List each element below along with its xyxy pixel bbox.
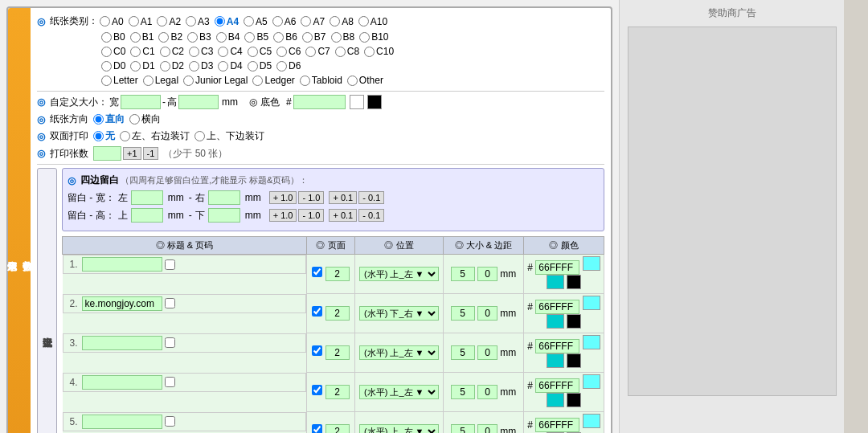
radio-ledger-input[interactable] [252, 76, 263, 86]
radio-portrait-input[interactable] [93, 114, 104, 125]
radio-a6-input[interactable] [272, 16, 283, 27]
radio-d6-input[interactable] [276, 61, 287, 71]
row-size-input-4[interactable] [451, 424, 475, 433]
radio-tabloid-input[interactable] [300, 76, 310, 86]
radio-tb-input[interactable] [194, 131, 205, 141]
radio-c4[interactable]: C4 [218, 46, 242, 57]
color-preview-white[interactable] [350, 95, 364, 109]
radio-b3-input[interactable] [187, 32, 198, 43]
color-black-1[interactable] [567, 314, 581, 329]
color-teal-2[interactable] [583, 335, 600, 349]
color-teal-0[interactable] [583, 256, 600, 271]
radio-a3[interactable]: A3 [186, 16, 210, 27]
row-margin-input-3[interactable] [477, 385, 497, 399]
row-margin-input-0[interactable] [477, 267, 497, 281]
radio-tb-duplex[interactable]: 上、下边装订 [194, 129, 264, 143]
radio-other-input[interactable] [347, 76, 358, 86]
radio-c5-input[interactable] [248, 47, 258, 57]
row-margin-input-2[interactable] [477, 345, 497, 360]
row-chk2-3[interactable] [312, 385, 322, 395]
color-teal2-1[interactable] [547, 314, 564, 329]
color-black-3[interactable] [567, 393, 581, 407]
radio-no-duplex-input[interactable] [93, 131, 104, 141]
row-page-input-4[interactable] [326, 424, 350, 433]
header-text-input-1[interactable] [82, 296, 162, 311]
radio-c8-input[interactable] [335, 47, 346, 57]
radio-portrait[interactable]: 直向 [93, 112, 125, 126]
margin-right-input[interactable]: 15 [208, 190, 240, 205]
row-pos-select-1[interactable]: (水平) 下_右 ▼ [359, 306, 439, 321]
radio-c1[interactable]: C1 [130, 46, 154, 57]
radio-b1-input[interactable] [130, 32, 141, 43]
radio-lr-input[interactable] [120, 131, 130, 141]
radio-landscape[interactable]: 横向 [129, 112, 161, 126]
radio-a7[interactable]: A7 [301, 16, 325, 27]
radio-a10-input[interactable] [358, 16, 369, 27]
radio-d4[interactable]: D4 [218, 60, 242, 71]
row-size-input-0[interactable] [451, 267, 475, 281]
row-chk2-4[interactable] [312, 424, 322, 433]
radio-b7[interactable]: B7 [302, 31, 326, 43]
header-text-input-2[interactable] [82, 336, 162, 350]
radio-b2[interactable]: B2 [158, 31, 182, 43]
radio-b7-input[interactable] [302, 32, 313, 43]
color-teal2-0[interactable] [547, 275, 564, 289]
header-text-input-0[interactable] [82, 257, 162, 272]
row-page-input-2[interactable] [326, 345, 350, 360]
radio-b0-input[interactable] [101, 32, 112, 43]
radio-c3-input[interactable] [189, 47, 199, 57]
count-plus-btn[interactable]: +1 [123, 147, 141, 160]
radio-lr-duplex[interactable]: 左、右边装订 [120, 129, 190, 143]
radio-d0-input[interactable] [101, 61, 112, 71]
radio-no-duplex[interactable]: 无 [93, 129, 115, 143]
radio-tabloid[interactable]: Tabloid [300, 75, 342, 86]
radio-b5-input[interactable] [244, 32, 255, 43]
row-chk2-2[interactable] [312, 345, 322, 356]
radio-other[interactable]: Other [347, 75, 383, 86]
row-checkbox-0[interactable] [165, 259, 175, 270]
radio-d0[interactable]: D0 [101, 60, 125, 71]
row-hex-input-4[interactable] [535, 418, 579, 432]
radio-b6[interactable]: B6 [273, 31, 297, 43]
row-size-input-1[interactable] [451, 306, 475, 321]
radio-b3[interactable]: B3 [187, 31, 211, 43]
header-text-input-3[interactable] [82, 375, 162, 390]
radio-c2[interactable]: C2 [160, 46, 184, 57]
radio-b0[interactable]: B0 [101, 31, 125, 43]
bg-color-input[interactable]: FFFFFF [293, 95, 346, 109]
radio-b4-input[interactable] [216, 32, 227, 43]
radio-a1[interactable]: A1 [129, 16, 153, 27]
radio-c0[interactable]: C0 [101, 46, 125, 57]
radio-c3[interactable]: C3 [189, 46, 213, 57]
count-minus-btn[interactable]: -1 [143, 147, 159, 160]
radio-d3[interactable]: D3 [189, 60, 213, 71]
radio-letter[interactable]: Letter [101, 75, 138, 86]
radio-ledger[interactable]: Ledger [252, 75, 294, 86]
row-margin-input-1[interactable] [477, 306, 497, 321]
row-pos-select-0[interactable]: (水平) 上_左 ▼ [359, 267, 439, 281]
radio-d3-input[interactable] [189, 61, 199, 71]
radio-c6[interactable]: C6 [276, 46, 301, 57]
radio-landscape-input[interactable] [129, 114, 140, 125]
radio-a10[interactable]: A10 [358, 16, 387, 27]
radio-c7[interactable]: C7 [305, 46, 330, 57]
radio-d5[interactable]: D5 [248, 60, 272, 71]
color-black-2[interactable] [567, 353, 581, 368]
row-page-input-3[interactable] [326, 385, 350, 399]
row-pos-select-4[interactable]: (水平) 上_左 ▼ [359, 424, 439, 433]
row-size-input-3[interactable] [451, 385, 475, 399]
radio-a5[interactable]: A5 [244, 16, 268, 27]
radio-d6[interactable]: D6 [276, 60, 301, 71]
radio-b4[interactable]: B4 [216, 31, 240, 43]
row-margin-input-4[interactable] [477, 424, 497, 433]
h-plus-01-btn[interactable]: + 0.1 [329, 209, 357, 222]
radio-d2-input[interactable] [160, 61, 170, 71]
radio-b5[interactable]: B5 [244, 31, 268, 43]
row-checkbox-2[interactable] [165, 337, 175, 348]
color-black-0[interactable] [567, 275, 581, 289]
row-hex-input-0[interactable] [535, 260, 579, 275]
radio-b8-input[interactable] [331, 32, 342, 43]
radio-c0-input[interactable] [101, 47, 112, 57]
radio-c1-input[interactable] [130, 47, 141, 57]
color-teal-1[interactable] [583, 296, 600, 310]
